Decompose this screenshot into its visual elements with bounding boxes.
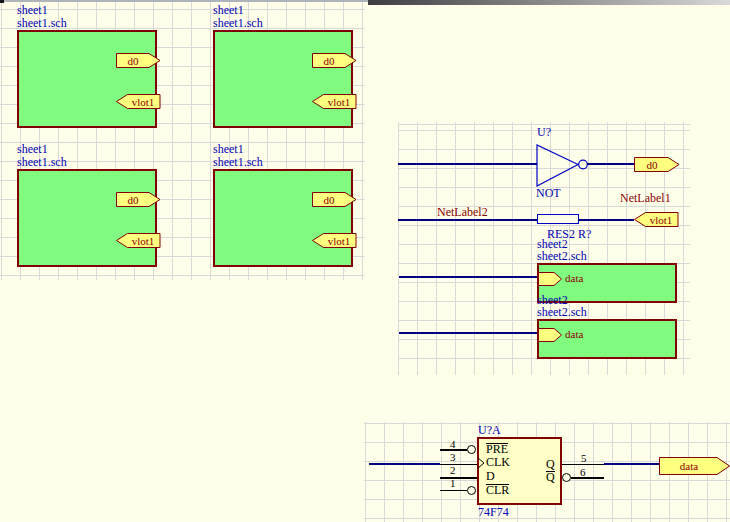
port-label: d0 xyxy=(647,159,659,171)
pin-number: 2 xyxy=(450,465,456,475)
pin-label-qbar: Q xyxy=(546,471,555,483)
sheet-entry-label: vlot1 xyxy=(132,235,155,247)
sheet-entry-label: data xyxy=(565,329,583,340)
sheet-body[interactable]: d0 vlot1 xyxy=(213,30,353,128)
pin-number: 6 xyxy=(580,467,586,477)
not-gate[interactable] xyxy=(531,139,593,193)
sheet-entry-in[interactable]: vlot1 xyxy=(312,233,357,248)
sheet-symbol-1[interactable]: sheet1 sheet1.sch d0 vlot1 xyxy=(17,4,159,130)
resistor-body[interactable] xyxy=(537,214,579,224)
pin-number: 5 xyxy=(581,453,587,463)
wire[interactable] xyxy=(398,219,537,221)
pin-number: 1 xyxy=(450,478,456,488)
sheet-entry-label: data xyxy=(565,273,583,284)
sheet-entry-in[interactable]: vlot1 xyxy=(312,94,357,109)
sheet-entry-label: d0 xyxy=(128,55,140,67)
sheet-symbol-4[interactable]: sheet1 sheet1.sch d0 vlot1 xyxy=(213,143,355,269)
sheet-entry-label: d0 xyxy=(324,55,336,67)
pin-label-clr: CLR xyxy=(486,484,509,496)
pin-number: 3 xyxy=(450,452,456,462)
sheet-name[interactable]: sheet1 xyxy=(17,143,48,155)
sheet-entry-data[interactable] xyxy=(538,328,562,342)
gate-designator[interactable]: U? xyxy=(537,126,551,138)
pin-line-6[interactable] xyxy=(571,477,604,479)
sheet2-symbol-2[interactable]: sheet2 sheet2.sch data xyxy=(537,294,679,360)
pin-label-d: D xyxy=(486,471,495,482)
sheet-entry-label: vlot1 xyxy=(328,235,351,247)
sheet-name[interactable]: sheet1 xyxy=(213,4,244,16)
port-d0[interactable]: d0 xyxy=(634,157,680,172)
sheet-entry-in[interactable]: vlot1 xyxy=(116,233,161,248)
pin-label-clk: CLK xyxy=(486,457,510,468)
wire[interactable] xyxy=(399,276,538,278)
wire[interactable] xyxy=(578,219,634,221)
pin-bubble xyxy=(467,445,476,454)
pin-line-2[interactable] xyxy=(440,477,477,479)
pin-label-q: Q xyxy=(546,459,555,470)
sheet-entry-label: vlot1 xyxy=(328,96,351,108)
wire[interactable] xyxy=(604,463,659,465)
window-edge-gradient xyxy=(368,0,730,5)
port-label: data xyxy=(680,460,698,472)
sheet-entry-in[interactable]: vlot1 xyxy=(116,94,161,109)
wire[interactable] xyxy=(399,332,538,334)
wire[interactable] xyxy=(587,163,634,165)
ff-part-number[interactable]: 74F74 xyxy=(478,506,509,518)
sheet-name[interactable]: sheet1 xyxy=(213,143,244,155)
wire[interactable] xyxy=(369,463,440,465)
wire[interactable] xyxy=(398,163,537,165)
sheet-symbol-2[interactable]: sheet1 sheet1.sch d0 vlot1 xyxy=(213,4,355,130)
sheet-filename[interactable]: sheet2.sch xyxy=(537,250,587,262)
sheet-filename[interactable]: sheet1.sch xyxy=(17,156,67,168)
clock-triangle-icon xyxy=(478,458,486,469)
port-vlot1[interactable]: vlot1 xyxy=(634,212,679,227)
window-edge-corner xyxy=(0,0,4,3)
sheet-entry-out[interactable]: d0 xyxy=(312,192,357,207)
pin-bubble xyxy=(467,486,476,495)
flipflop-body[interactable]: PRE CLK D CLR Q Q xyxy=(477,437,562,505)
pin-line-1[interactable] xyxy=(440,490,467,492)
sheet-body[interactable]: d0 vlot1 xyxy=(213,169,353,267)
sheet-filename[interactable]: sheet2.sch xyxy=(537,306,587,318)
port-label: vlot1 xyxy=(650,214,673,226)
sheet-body[interactable]: d0 vlot1 xyxy=(17,30,157,128)
sheet-filename[interactable]: sheet1.sch xyxy=(213,17,263,29)
port-data[interactable]: data xyxy=(659,457,730,475)
sheet-body[interactable]: d0 vlot1 xyxy=(17,169,157,267)
sheet-entry-out[interactable]: d0 xyxy=(312,53,357,68)
pin-label-pre: PRE xyxy=(486,443,508,455)
sheet-entry-out[interactable]: d0 xyxy=(116,53,161,68)
sheet-name[interactable]: sheet1 xyxy=(17,4,48,16)
pin-line-3[interactable] xyxy=(440,464,477,466)
net-label-2[interactable]: NetLabel2 xyxy=(437,206,488,218)
ff-designator[interactable]: U?A xyxy=(478,424,501,436)
sheet-entry-label: vlot1 xyxy=(132,96,155,108)
pin-bubble xyxy=(562,473,571,482)
sheet-filename[interactable]: sheet1.sch xyxy=(17,17,67,29)
sheet-filename[interactable]: sheet1.sch xyxy=(213,156,263,168)
schematic-canvas[interactable]: sheet1 sheet1.sch d0 vlot1 sheet1 sheet1… xyxy=(0,0,730,522)
sheet-symbol-3[interactable]: sheet1 sheet1.sch d0 vlot1 xyxy=(17,143,159,269)
sheet-entry-label: d0 xyxy=(324,194,336,206)
pin-number: 4 xyxy=(450,439,456,449)
sheet-entry-data[interactable] xyxy=(538,272,562,286)
sheet-body[interactable]: data xyxy=(537,319,677,359)
sheet-entry-out[interactable]: d0 xyxy=(116,192,161,207)
gate-type-label[interactable]: NOT xyxy=(536,187,561,199)
net-label-1[interactable]: NetLabel1 xyxy=(620,192,671,204)
window-edge-strip xyxy=(0,0,368,2)
sheet-entry-label: d0 xyxy=(128,194,140,206)
